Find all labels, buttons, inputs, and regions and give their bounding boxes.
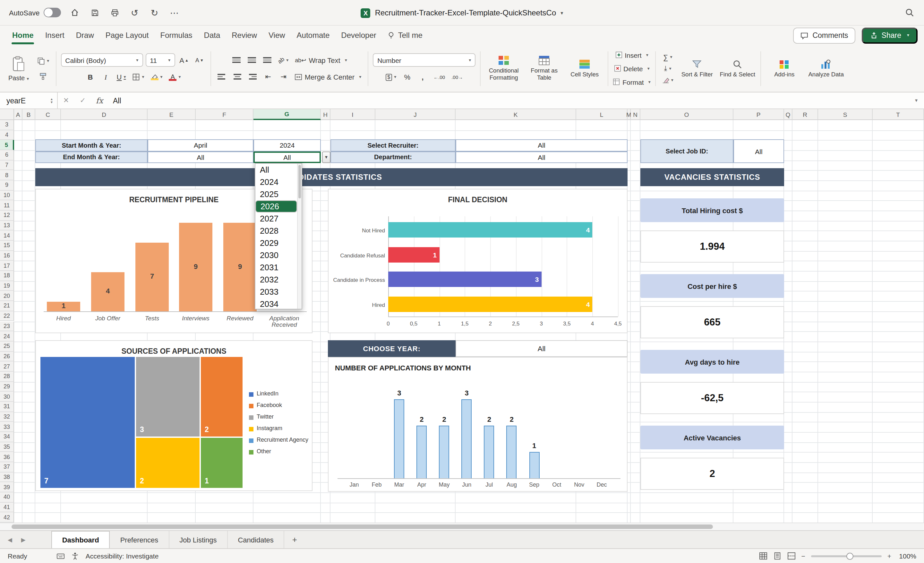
row-header-5[interactable]: 5 [0, 140, 14, 150]
end-year-cell-active[interactable]: All [254, 151, 321, 163]
row-header-36[interactable]: 36 [0, 452, 14, 462]
column-header-I[interactable]: I [330, 109, 375, 120]
column-header-S[interactable]: S [818, 109, 873, 120]
year-option-2031[interactable]: 2031 [255, 261, 297, 273]
increase-indent-button[interactable]: ⇥ [277, 70, 290, 83]
row-header-27[interactable]: 27 [0, 362, 14, 371]
share-button[interactable]: Share ▾ [862, 27, 918, 44]
italic-button[interactable]: I [99, 71, 112, 83]
row-header-28[interactable]: 28 [0, 372, 14, 381]
spreadsheet-grid[interactable]: ABCDEFGHIJKLMNOPQRST 3456789101112131415… [0, 109, 924, 522]
column-header-E[interactable]: E [148, 109, 196, 120]
save-icon[interactable] [89, 7, 100, 18]
column-header-B[interactable]: B [22, 109, 35, 120]
confirm-entry-icon[interactable]: ✓ [74, 96, 91, 105]
insert-cells-button[interactable]: Insert▾ [615, 49, 648, 61]
format-as-table-button[interactable]: Format as Table [525, 56, 563, 81]
orientation-button[interactable]: ab▾ [276, 54, 290, 66]
borders-button[interactable]: ▾ [130, 71, 146, 83]
column-header-L[interactable]: L [576, 109, 627, 120]
select-all-corner[interactable] [0, 109, 14, 120]
increase-font-size-button[interactable]: A▲ [177, 54, 190, 66]
align-right-button[interactable] [246, 70, 259, 83]
row-header-7[interactable]: 7 [0, 160, 14, 170]
accessibility-icon[interactable] [72, 552, 79, 560]
clear-button[interactable]: ▾ [660, 75, 675, 85]
row-header-34[interactable]: 34 [0, 432, 14, 442]
horizontal-scrollbar[interactable] [0, 522, 924, 530]
ribbon-tab-page-layout[interactable]: Page Layout [100, 26, 154, 45]
align-center-button[interactable] [231, 70, 244, 83]
column-header-J[interactable]: J [375, 109, 456, 120]
analyze-data-button[interactable]: Analyze Data [807, 59, 845, 78]
fill-button[interactable]: ⤓▾ [660, 63, 675, 74]
format-painter-button[interactable] [35, 70, 51, 83]
row-header-39[interactable]: 39 [0, 482, 14, 492]
search-icon[interactable] [903, 7, 915, 18]
row-header-13[interactable]: 13 [0, 221, 14, 231]
department-value-cell[interactable]: All [456, 151, 627, 163]
ribbon-tab-insert[interactable]: Insert [39, 26, 70, 45]
zoom-level[interactable]: 100% [897, 552, 916, 560]
sheet-tab-preferences[interactable]: Preferences [110, 531, 170, 548]
undo-icon[interactable]: ↺ [129, 7, 140, 18]
row-header-41[interactable]: 41 [0, 502, 14, 512]
row-header-21[interactable]: 21 [0, 301, 14, 311]
ribbon-tab-review[interactable]: Review [226, 26, 263, 45]
percent-style-button[interactable]: % [401, 71, 414, 83]
zoom-out-icon[interactable]: − [801, 552, 805, 560]
comma-style-button[interactable]: , [416, 71, 429, 83]
name-box[interactable]: yearE ▲▼ [0, 92, 58, 109]
font-name-select[interactable]: Calibri (Body)▾ [61, 53, 143, 67]
row-header-30[interactable]: 30 [0, 392, 14, 402]
row-header-24[interactable]: 24 [0, 331, 14, 341]
more-commands-icon[interactable]: ⋯ [168, 7, 180, 18]
sheet-nav-right-icon[interactable]: ▶ [21, 536, 26, 543]
row-header-40[interactable]: 40 [0, 492, 14, 502]
fill-color-button[interactable]: ▾ [148, 71, 164, 83]
row-header-19[interactable]: 19 [0, 281, 14, 291]
column-header-G[interactable]: G [254, 109, 321, 120]
year-option-2034[interactable]: 2034 [255, 298, 297, 310]
column-header-P[interactable]: P [734, 109, 784, 120]
row-header-29[interactable]: 29 [0, 381, 14, 392]
ribbon-tab-developer[interactable]: Developer [335, 26, 382, 45]
end-month-cell[interactable]: All [148, 151, 254, 163]
row-header-42[interactable]: 42 [0, 513, 14, 522]
row-header-10[interactable]: 10 [0, 190, 14, 200]
column-header-R[interactable]: R [792, 109, 818, 120]
ribbon-tab-formulas[interactable]: Formulas [154, 26, 198, 45]
copy-button[interactable]: ▾ [35, 54, 51, 67]
zoom-in-icon[interactable]: + [887, 552, 891, 560]
decrease-decimal-button[interactable]: .00→ [450, 71, 465, 83]
recruiter-value-cell[interactable]: All [456, 139, 627, 151]
ribbon-tab-draw[interactable]: Draw [70, 26, 100, 45]
horizontal-scrollbar-thumb[interactable] [12, 524, 713, 529]
sort-filter-button[interactable]: Sort & Filter [679, 59, 716, 78]
cell-styles-button[interactable]: Cell Styles [566, 59, 603, 78]
merge-center-button[interactable]: Merge & Center▾ [292, 70, 363, 83]
row-header-15[interactable]: 15 [0, 241, 14, 251]
column-header-T[interactable]: T [873, 109, 924, 120]
row-header-33[interactable]: 33 [0, 422, 14, 432]
year-option-2024[interactable]: 2024 [255, 176, 297, 188]
title-chevron-icon[interactable]: ▾ [561, 10, 563, 16]
year-option-2033[interactable]: 2033 [255, 286, 297, 298]
row-header-9[interactable]: 9 [0, 180, 14, 190]
row-header-25[interactable]: 25 [0, 342, 14, 351]
year-option-2032[interactable]: 2032 [255, 273, 297, 286]
sheet-nav-left-icon[interactable]: ◀ [8, 536, 12, 543]
ribbon-tab-automate[interactable]: Automate [291, 26, 336, 45]
row-header-37[interactable]: 37 [0, 462, 14, 472]
column-header-K[interactable]: K [456, 109, 576, 120]
print-icon[interactable] [109, 7, 120, 18]
column-header-A[interactable]: A [14, 109, 22, 120]
ribbon-tab-tell-me[interactable]: Tell me [382, 26, 428, 45]
page-break-view-icon[interactable] [787, 552, 795, 560]
row-header-4[interactable]: 4 [0, 130, 14, 140]
name-box-spinner[interactable]: ▲▼ [50, 97, 53, 104]
delete-cells-button[interactable]: Delete▾ [614, 63, 650, 74]
align-bottom-button[interactable] [261, 54, 273, 66]
increase-decimal-button[interactable]: ←.00 [432, 71, 447, 83]
year-option-2028[interactable]: 2028 [255, 225, 297, 237]
